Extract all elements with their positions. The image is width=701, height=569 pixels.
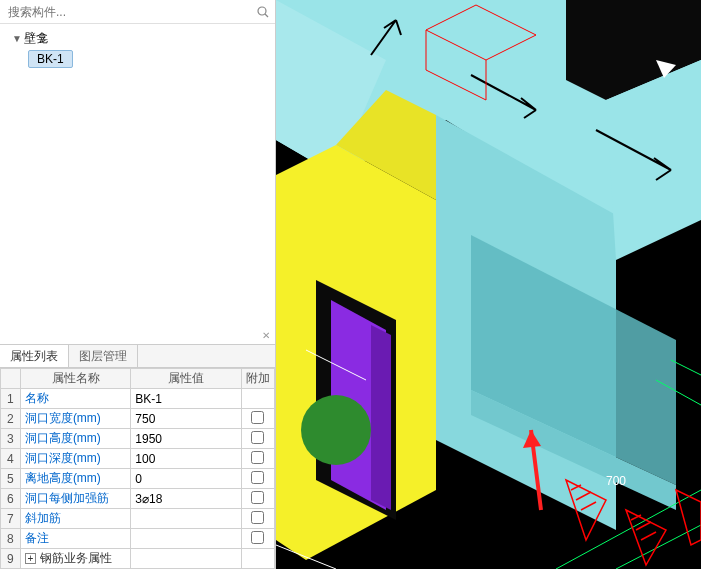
prop-value-cell[interactable] [131,549,241,569]
tab-properties[interactable]: 属性列表 [0,345,69,367]
prop-value-cell[interactable]: 750 [131,409,241,429]
prop-value-cell[interactable]: 1950 [131,429,241,449]
tab-layers[interactable]: 图层管理 [69,345,138,367]
table-row: 6 洞口每侧加强筋 3⌀18 [1,489,275,509]
search-row [0,0,275,24]
add-checkbox[interactable] [251,531,264,544]
col-name: 属性名称 [20,369,130,389]
add-checkbox[interactable] [251,471,264,484]
search-input[interactable] [4,1,255,23]
add-checkbox[interactable] [251,411,264,424]
table-row: 3 洞口高度(mm) 1950 [1,429,275,449]
properties-table: 属性名称 属性值 附加 1 名称 BK-1 2 洞口宽度(mm) 750 3 洞… [0,368,275,569]
table-row: 5 离地高度(mm) 0 [1,469,275,489]
prop-name-cell[interactable]: 备注 [20,529,130,549]
prop-name-cell[interactable]: 洞口每侧加强筋 [20,489,130,509]
add-checkbox[interactable] [251,511,264,524]
svg-point-11 [301,395,371,465]
svg-marker-10 [371,325,391,510]
table-row: 9 +钢筋业务属性 [1,549,275,569]
3d-viewport[interactable]: 700 [276,0,701,569]
expand-icon[interactable]: + [25,553,36,564]
table-header-row: 属性名称 属性值 附加 [1,369,275,389]
search-icon[interactable] [255,4,271,20]
table-row: 1 名称 BK-1 [1,389,275,409]
col-add: 附加 [241,369,274,389]
component-tree: ▼ 壁龛 BK-1 ✕ [0,24,275,344]
add-checkbox[interactable] [251,451,264,464]
prop-value-cell[interactable]: 0 [131,469,241,489]
svg-line-1 [265,14,268,17]
collapse-arrow-icon[interactable]: ▼ [12,33,22,44]
svg-point-0 [258,7,266,15]
prop-value-cell[interactable]: BK-1 [131,389,241,409]
left-panel: ▼ 壁龛 BK-1 ✕ 属性列表 图层管理 属性名称 属性值 附加 1 名称 B… [0,0,276,569]
col-value: 属性值 [131,369,241,389]
prop-name-cell[interactable]: 斜加筋 [20,509,130,529]
prop-value-cell[interactable]: 3⌀18 [131,489,241,509]
tree-root-label: 壁龛 [22,30,48,47]
prop-name-cell[interactable]: 离地高度(mm) [20,469,130,489]
prop-value-cell[interactable] [131,509,241,529]
dimension-label: 700 [606,474,626,488]
add-checkbox[interactable] [251,431,264,444]
add-checkbox[interactable] [251,491,264,504]
prop-value-cell[interactable] [131,529,241,549]
table-row: 8 备注 [1,529,275,549]
prop-value-cell[interactable]: 100 [131,449,241,469]
prop-name-cell[interactable]: 洞口深度(mm) [20,449,130,469]
prop-name-cell[interactable]: 洞口高度(mm) [20,429,130,449]
close-icon[interactable]: ✕ [259,328,273,342]
table-row: 7 斜加筋 [1,509,275,529]
table-row: 4 洞口深度(mm) 100 [1,449,275,469]
table-row: 2 洞口宽度(mm) 750 [1,409,275,429]
prop-name-cell[interactable]: 名称 [20,389,130,409]
prop-name-expandable[interactable]: +钢筋业务属性 [20,549,130,569]
prop-name-cell[interactable]: 洞口宽度(mm) [20,409,130,429]
tree-item-bk1[interactable]: BK-1 [28,50,73,68]
tabs: 属性列表 图层管理 [0,344,275,368]
tree-root-node[interactable]: ▼ 壁龛 [0,28,275,48]
